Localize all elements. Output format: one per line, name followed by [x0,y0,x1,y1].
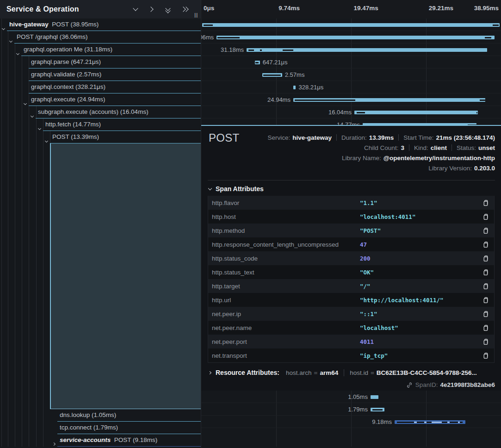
copy-icon[interactable] [481,282,489,290]
span-meta-line: Service:hive-gatewayDuration:13.39msStar… [267,132,495,143]
span-duration-bar[interactable] [354,111,478,114]
expand-one-icon[interactable] [149,6,155,12]
meta-label: Service: [267,134,290,141]
copy-icon[interactable] [481,310,489,318]
span-meta: Service:hive-gatewayDuration:13.39msStar… [267,132,495,173]
copy-icon[interactable] [481,240,489,249]
meta-value: client [431,144,447,151]
copy-icon[interactable] [481,226,489,235]
bar-self-time-segment [357,112,365,113]
copy-icon[interactable] [481,351,489,360]
copy-icon[interactable] [481,337,489,346]
timeline-row[interactable]: 36.06ms [201,31,501,44]
span-row-label: graphql.validate (2.57ms) [31,71,101,78]
attribute-value: "POST" [360,227,481,234]
bar-self-time-segment [204,25,213,26]
resource-attributes-row[interactable]: Resource Attributes: host.arch=arm64host… [209,369,477,376]
span-row-label: graphql.execute (24.94ms) [31,96,105,103]
chevron-down-icon[interactable] [38,123,41,131]
timeline-row[interactable]: 647.21μs [201,56,501,68]
timeline-row[interactable]: 9.18ms [201,416,501,428]
operation-label: graphql.parse (647.21μs) [31,58,101,65]
tree-row[interactable]: graphql.operation Me (31.18ms) [0,44,201,56]
collapse-one-icon[interactable] [133,6,139,12]
tree-row[interactable]: hive-gateway POST (38.95ms) [0,19,201,31]
tree-row[interactable]: graphql.parse (647.21μs) [0,56,201,68]
meta-divider [336,134,337,141]
operation-label: tcp.connect (1.79ms) [60,424,118,431]
attribute-row: net.peer.name"localhost" [208,321,494,335]
axis-tick-label: 38.95ms [474,5,499,12]
bar-self-time-segment [217,37,240,38]
attribute-value: "http://localhost:4011/" [360,297,481,304]
chevron-down-icon[interactable] [10,36,12,44]
timeline-row[interactable]: 1.05ms [201,391,501,403]
left-panel-header: Service & Operation || [0,0,201,19]
chevron-down-icon[interactable] [2,23,5,31]
copy-icon[interactable] [481,212,489,221]
tree-row[interactable]: graphql.validate (2.57ms) [0,68,201,81]
attribute-row: http.target"/" [208,279,494,293]
chevron-down-icon [208,186,212,190]
operation-label: POST (38.95ms) [52,21,99,28]
resource-equals: = [371,369,374,376]
meta-label: Library Name: [342,155,381,162]
tree-row[interactable]: tcp.connect (1.79ms) [0,422,201,434]
chevron-down-icon[interactable] [31,111,33,119]
row-underline [57,446,201,447]
attribute-row: http.flavor"1.1" [208,196,494,210]
chevron-right-icon[interactable] [53,439,55,447]
panel-resize-handle[interactable]: || [194,12,198,18]
timeline-row[interactable]: 1.79ms [201,403,501,416]
axis-tick-label: 9.74ms [278,5,300,12]
bar-duration-label: 1.79ms [348,406,368,413]
bar-self-time-segment [476,112,477,113]
attribute-key: http.host [212,213,360,220]
span-duration-bar[interactable] [216,36,495,39]
copy-icon[interactable] [481,324,489,332]
timeline-row[interactable]: 2.57ms [201,68,501,81]
span-duration-bar[interactable] [371,395,378,399]
timeline-panel: 0μs9.74ms19.47ms29.21ms38.95ms 38.95ms36… [201,0,501,448]
axis-tick-label: 19.47ms [354,5,378,12]
bar-duration-label: 1.05ms [348,393,368,400]
chevron-down-icon[interactable] [24,98,26,106]
attribute-key: net.peer.port [212,338,360,345]
span-attributes-title: Span Attributes [216,185,264,193]
selected-span-expanded-region [50,143,201,409]
service-operation-panel: Service & Operation || hive-gateway POST… [0,0,201,448]
copy-icon[interactable] [481,199,489,207]
attribute-key: http.status_text [212,269,360,276]
timeline-row[interactable]: 24.94ms [201,93,501,106]
timeline-row[interactable]: 16.04ms [201,106,501,118]
span-duration-bar[interactable] [202,23,500,27]
service-name: hive-gateway [9,21,49,28]
tree-row[interactable]: graphql.execute (24.94ms) [0,93,201,106]
attribute-value: "OK" [360,269,481,276]
collapse-all-icon[interactable] [165,6,172,12]
timeline-row[interactable]: 38.95ms [201,19,501,31]
tree-row[interactable]: subgraph.execute (accounts) (16.04ms) [0,106,201,118]
chevron-down-icon[interactable] [17,48,19,56]
tree-row[interactable]: dns.lookup (1.05ms) [0,409,201,422]
timeline-row[interactable]: 31.18ms [201,44,501,56]
copy-icon[interactable] [481,268,489,276]
span-duration-bar[interactable] [293,86,296,89]
attribute-row: net.peer.port4011 [208,335,494,348]
expand-all-icon[interactable] [181,6,188,12]
tree-row[interactable]: service-accounts POST (9.18ms) [0,434,201,447]
tree-row[interactable]: POST /graphql (36.06ms) [0,31,201,44]
tree-row[interactable]: graphql.context (328.21μs) [0,81,201,93]
tree-row[interactable]: POST (13.39ms) [0,131,201,143]
span-attributes-toggle[interactable]: Span Attributes [209,185,264,193]
meta-value: hive-gateway [292,134,332,141]
copy-icon[interactable] [481,254,489,262]
tree-row[interactable]: http.fetch (14.77ms) [0,118,201,131]
bar-event-segment [458,422,460,423]
bar-self-time-segment [255,62,259,63]
link-icon[interactable] [406,382,413,388]
copy-icon[interactable] [481,296,489,304]
timeline-row[interactable]: 328.21μs [201,81,501,93]
chevron-down-icon[interactable] [45,136,48,144]
resource-key: host.id [350,369,368,376]
